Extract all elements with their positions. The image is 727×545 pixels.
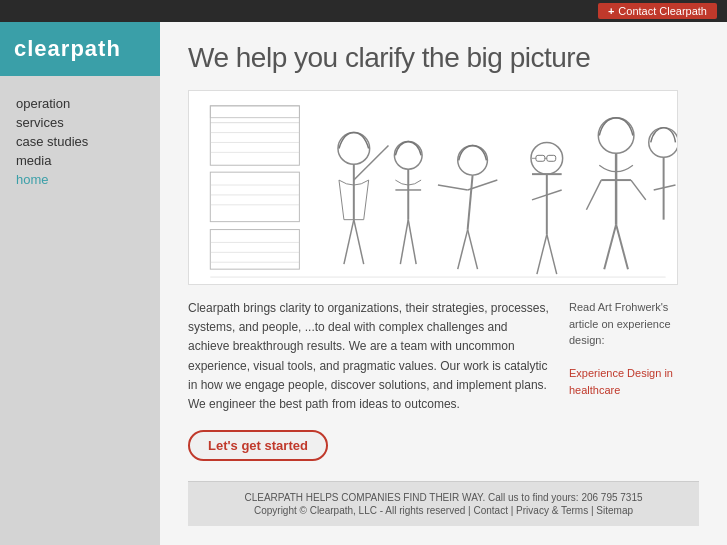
nav-item-services[interactable]: services [16, 115, 144, 130]
nav-item-case-studies[interactable]: case studies [16, 134, 144, 149]
article-intro: Read Art Frohwerk's article on experienc… [569, 301, 671, 346]
cta-area: Let's get started [188, 430, 699, 461]
sidebar: clearpath operation services case studie… [0, 22, 160, 545]
footer-privacy-link[interactable]: Privacy & Terms [516, 505, 588, 516]
footer-copyright: Copyright © Clearpath, LLC - All rights … [254, 505, 471, 516]
layout: clearpath operation services case studie… [0, 22, 727, 545]
cta-button[interactable]: Let's get started [188, 430, 328, 461]
footer-links: Copyright © Clearpath, LLC - All rights … [216, 505, 671, 516]
article-link[interactable]: Experience Design in healthcare [569, 367, 673, 396]
contact-button[interactable]: Contact Clearpath [598, 3, 717, 19]
content-below: Clearpath brings clarity to organization… [188, 299, 699, 414]
article-sidebar: Read Art Frohwerk's article on experienc… [569, 299, 699, 414]
footer-contact-link[interactable]: Contact [473, 505, 507, 516]
svg-rect-0 [191, 91, 676, 284]
nav-item-media[interactable]: media [16, 153, 144, 168]
footer: CLEARPATH HELPS COMPANIES FIND THEIR WAY… [188, 481, 699, 526]
footer-tagline: CLEARPATH HELPS COMPANIES FIND THEIR WAY… [216, 492, 671, 503]
footer-sitemap-link[interactable]: Sitemap [596, 505, 633, 516]
hero-illustration [189, 91, 677, 284]
top-bar: Contact Clearpath [0, 0, 727, 22]
nav: operation services case studies media ho… [0, 96, 160, 187]
nav-item-operation[interactable]: operation [16, 96, 144, 111]
main-text: Clearpath brings clarity to organization… [188, 299, 549, 414]
logo[interactable]: clearpath [14, 36, 146, 62]
nav-item-home[interactable]: home [16, 172, 144, 187]
hero-image [188, 90, 678, 285]
logo-area: clearpath [0, 22, 160, 76]
page-title: We help you clarify the big picture [188, 42, 699, 74]
main-content: We help you clarify the big picture [160, 22, 727, 545]
